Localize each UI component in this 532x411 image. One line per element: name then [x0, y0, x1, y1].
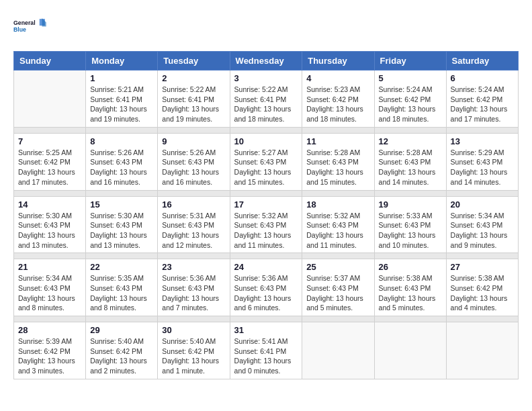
day-info: Sunrise: 5:24 AMSunset: 6:42 PMDaylight:… — [379, 85, 436, 123]
day-number: 10 — [234, 136, 298, 146]
weekday-wednesday: Wednesday — [230, 52, 302, 71]
day-info: Sunrise: 5:34 AMSunset: 6:43 PMDaylight:… — [18, 274, 75, 312]
day-number: 4 — [306, 73, 369, 83]
calendar-cell: 18Sunrise: 5:32 AMSunset: 6:43 PMDayligh… — [302, 196, 374, 253]
calendar-cell: 23Sunrise: 5:36 AMSunset: 6:43 PMDayligh… — [158, 259, 230, 316]
calendar-cell: 16Sunrise: 5:31 AMSunset: 6:43 PMDayligh… — [158, 196, 230, 253]
day-info: Sunrise: 5:21 AMSunset: 6:41 PMDaylight:… — [90, 85, 147, 123]
weekday-header-row: SundayMondayTuesdayWednesdayThursdayFrid… — [14, 52, 519, 71]
day-info: Sunrise: 5:26 AMSunset: 6:43 PMDaylight:… — [162, 148, 219, 186]
day-info: Sunrise: 5:22 AMSunset: 6:41 PMDaylight:… — [234, 85, 292, 123]
day-number: 20 — [451, 199, 514, 210]
day-info: Sunrise: 5:26 AMSunset: 6:43 PMDaylight:… — [90, 148, 147, 186]
calendar-cell: 11Sunrise: 5:28 AMSunset: 6:43 PMDayligh… — [302, 133, 374, 190]
day-number: 12 — [379, 136, 442, 146]
row-separator — [14, 127, 519, 133]
calendar-cell: 31Sunrise: 5:41 AMSunset: 6:41 PMDayligh… — [230, 322, 302, 379]
page-header: General Blue — [13, 13, 519, 40]
svg-text:Blue: Blue — [13, 26, 26, 33]
calendar-cell: 12Sunrise: 5:28 AMSunset: 6:43 PMDayligh… — [374, 133, 446, 190]
row-separator — [14, 253, 519, 259]
logo-svg: General Blue — [13, 13, 47, 40]
day-info: Sunrise: 5:27 AMSunset: 6:43 PMDaylight:… — [234, 148, 292, 186]
day-info: Sunrise: 5:29 AMSunset: 6:43 PMDaylight:… — [451, 148, 508, 186]
logo: General Blue — [13, 13, 47, 40]
calendar-cell: 19Sunrise: 5:33 AMSunset: 6:43 PMDayligh… — [374, 196, 446, 253]
calendar-cell: 22Sunrise: 5:35 AMSunset: 6:43 PMDayligh… — [86, 259, 158, 316]
calendar-cell — [302, 322, 374, 379]
weekday-tuesday: Tuesday — [158, 52, 230, 71]
day-number: 13 — [451, 136, 514, 146]
day-number: 29 — [90, 325, 153, 335]
calendar-cell: 4Sunrise: 5:23 AMSunset: 6:42 PMDaylight… — [302, 71, 374, 128]
day-info: Sunrise: 5:39 AMSunset: 6:42 PMDaylight:… — [18, 337, 75, 375]
calendar-cell: 15Sunrise: 5:30 AMSunset: 6:43 PMDayligh… — [86, 196, 158, 253]
day-info: Sunrise: 5:23 AMSunset: 6:42 PMDaylight:… — [306, 85, 363, 123]
calendar-cell: 1Sunrise: 5:21 AMSunset: 6:41 PMDaylight… — [86, 71, 158, 128]
day-info: Sunrise: 5:32 AMSunset: 6:43 PMDaylight:… — [306, 212, 363, 249]
day-info: Sunrise: 5:22 AMSunset: 6:41 PMDaylight:… — [162, 85, 219, 123]
day-info: Sunrise: 5:37 AMSunset: 6:43 PMDaylight:… — [306, 274, 363, 312]
day-number: 3 — [234, 73, 298, 83]
calendar-cell: 21Sunrise: 5:34 AMSunset: 6:43 PMDayligh… — [14, 259, 86, 316]
calendar-cell: 6Sunrise: 5:24 AMSunset: 6:42 PMDaylight… — [446, 71, 518, 128]
day-number: 21 — [18, 262, 81, 272]
day-info: Sunrise: 5:35 AMSunset: 6:43 PMDaylight:… — [90, 274, 147, 312]
calendar-cell: 3Sunrise: 5:22 AMSunset: 6:41 PMDaylight… — [230, 71, 302, 128]
day-info: Sunrise: 5:28 AMSunset: 6:43 PMDaylight:… — [306, 148, 363, 186]
day-number: 8 — [90, 136, 153, 146]
weekday-monday: Monday — [86, 52, 158, 71]
calendar-cell: 10Sunrise: 5:27 AMSunset: 6:43 PMDayligh… — [230, 133, 302, 190]
day-number: 11 — [306, 136, 369, 146]
week-row-1: 1Sunrise: 5:21 AMSunset: 6:41 PMDaylight… — [14, 71, 519, 128]
day-number: 18 — [306, 199, 369, 210]
weekday-friday: Friday — [374, 52, 446, 71]
day-info: Sunrise: 5:36 AMSunset: 6:43 PMDaylight:… — [234, 274, 292, 312]
day-info: Sunrise: 5:24 AMSunset: 6:42 PMDaylight:… — [451, 85, 508, 123]
day-number: 16 — [162, 199, 225, 210]
week-row-4: 21Sunrise: 5:34 AMSunset: 6:43 PMDayligh… — [14, 259, 519, 316]
weekday-saturday: Saturday — [446, 52, 518, 71]
calendar-cell: 26Sunrise: 5:38 AMSunset: 6:43 PMDayligh… — [374, 259, 446, 316]
calendar-cell: 13Sunrise: 5:29 AMSunset: 6:43 PMDayligh… — [446, 133, 518, 190]
day-number: 23 — [162, 262, 225, 272]
day-number: 19 — [379, 199, 442, 210]
calendar-cell: 28Sunrise: 5:39 AMSunset: 6:42 PMDayligh… — [14, 322, 86, 379]
calendar-cell: 17Sunrise: 5:32 AMSunset: 6:43 PMDayligh… — [230, 196, 302, 253]
day-number: 2 — [162, 73, 225, 83]
calendar-cell: 5Sunrise: 5:24 AMSunset: 6:42 PMDaylight… — [374, 71, 446, 128]
weekday-sunday: Sunday — [14, 52, 86, 71]
day-info: Sunrise: 5:30 AMSunset: 6:43 PMDaylight:… — [18, 212, 75, 249]
day-info: Sunrise: 5:41 AMSunset: 6:41 PMDaylight:… — [234, 337, 292, 375]
day-number: 31 — [234, 325, 298, 335]
day-number: 30 — [162, 325, 225, 335]
day-info: Sunrise: 5:31 AMSunset: 6:43 PMDaylight:… — [162, 212, 219, 249]
day-number: 25 — [306, 262, 369, 272]
calendar-cell: 25Sunrise: 5:37 AMSunset: 6:43 PMDayligh… — [302, 259, 374, 316]
day-info: Sunrise: 5:36 AMSunset: 6:43 PMDaylight:… — [162, 274, 219, 312]
day-number: 15 — [90, 199, 153, 210]
week-row-3: 14Sunrise: 5:30 AMSunset: 6:43 PMDayligh… — [14, 196, 519, 253]
calendar-cell: 24Sunrise: 5:36 AMSunset: 6:43 PMDayligh… — [230, 259, 302, 316]
day-number: 22 — [90, 262, 153, 272]
day-info: Sunrise: 5:28 AMSunset: 6:43 PMDaylight:… — [379, 148, 436, 186]
day-info: Sunrise: 5:40 AMSunset: 6:42 PMDaylight:… — [162, 337, 219, 375]
week-row-2: 7Sunrise: 5:25 AMSunset: 6:42 PMDaylight… — [14, 133, 519, 190]
calendar-cell: 7Sunrise: 5:25 AMSunset: 6:42 PMDaylight… — [14, 133, 86, 190]
day-number: 26 — [379, 262, 442, 272]
day-number: 28 — [18, 325, 81, 335]
row-separator — [14, 316, 519, 322]
day-number: 1 — [90, 73, 153, 83]
calendar-cell: 2Sunrise: 5:22 AMSunset: 6:41 PMDaylight… — [158, 71, 230, 128]
day-info: Sunrise: 5:30 AMSunset: 6:43 PMDaylight:… — [90, 212, 147, 249]
calendar-cell — [446, 322, 518, 379]
calendar-cell: 14Sunrise: 5:30 AMSunset: 6:43 PMDayligh… — [14, 196, 86, 253]
day-info: Sunrise: 5:25 AMSunset: 6:42 PMDaylight:… — [18, 148, 75, 186]
day-info: Sunrise: 5:40 AMSunset: 6:42 PMDaylight:… — [90, 337, 147, 375]
calendar-cell — [14, 71, 86, 128]
calendar-cell — [374, 322, 446, 379]
calendar-cell: 20Sunrise: 5:34 AMSunset: 6:43 PMDayligh… — [446, 196, 518, 253]
day-info: Sunrise: 5:38 AMSunset: 6:43 PMDaylight:… — [379, 274, 436, 312]
calendar-cell: 30Sunrise: 5:40 AMSunset: 6:42 PMDayligh… — [158, 322, 230, 379]
day-number: 6 — [451, 73, 514, 83]
